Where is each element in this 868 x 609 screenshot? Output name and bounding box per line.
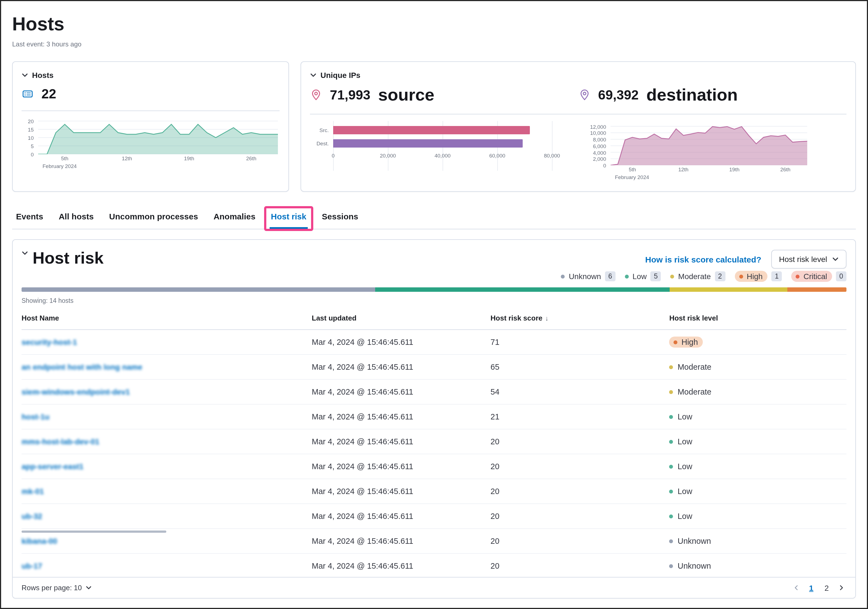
risk-level-label: Low (678, 512, 692, 521)
host-name-link[interactable]: siem-windows-endpoint-dev1 (22, 387, 130, 396)
risk-dot (674, 340, 678, 344)
host-name-link[interactable]: an endpoint host with long name (22, 363, 142, 371)
column-header-host-risk-score[interactable]: Host risk score↓ (491, 306, 670, 330)
risk-level-label: Low (678, 462, 692, 471)
pagination-page-2[interactable]: 2 (820, 582, 832, 593)
host-name-link[interactable]: mms-host-lab-dev-01 (22, 437, 99, 446)
risk-level-label: Unknown (678, 561, 711, 570)
column-header-host-name: Host Name (22, 306, 312, 330)
risk-dot (739, 274, 743, 278)
y-tick-label: 4,000 (593, 149, 606, 156)
host-row: ub-32Mar 4, 2024 @ 15:46:45.61120Low (22, 504, 846, 528)
hosts-page: Hosts Last event: 3 hours ago Hosts 22 0… (0, 0, 868, 609)
tab-label: Sessions (322, 212, 358, 221)
kpi-row: Hosts 22 05101520 5th12th19th26th Februa… (12, 61, 856, 192)
pagination: 12 (792, 582, 846, 593)
distribution-segment-unknown (22, 287, 375, 292)
unique-ips-panel-title: Unique IPs (321, 71, 361, 80)
pagination-previous-button[interactable] (792, 584, 802, 592)
legend-item-unknown: Unknown6 (561, 271, 615, 281)
risk-level-value: Low (670, 437, 842, 446)
host-name-cell: siem-windows-endpoint-dev1 (22, 380, 312, 404)
destination-ip-metric: 69,392 destination (578, 85, 846, 105)
x-tick-label: 5th (61, 155, 68, 161)
host-row: mms-host-lab-dev-01Mar 4, 2024 @ 15:46:4… (22, 429, 846, 454)
tab-anomalies[interactable]: Anomalies (212, 207, 257, 229)
legend-item-high: High1 (735, 271, 782, 282)
column-header-last-updated: Last updated (312, 306, 491, 330)
risk-level-cell: Moderate (670, 355, 846, 380)
host-name-link[interactable]: kibana-00 (22, 536, 57, 545)
host-name-cell: security-host-1 (22, 330, 312, 355)
x-tick-label: 60,000 (489, 152, 505, 159)
risk-level-value: High (670, 336, 842, 348)
x-tick-label: 26th (246, 155, 256, 161)
tab-label: Host risk (271, 212, 306, 221)
risk-score-cell: 20 (491, 454, 670, 479)
tab-uncommon-processes[interactable]: Uncommon processes (108, 207, 199, 229)
unique-ips-trend-chart: 02,0004,0006,0008,00010,00012,000 5th12t… (583, 124, 807, 180)
legend-label: Moderate (678, 272, 711, 281)
pagination-page-1[interactable]: 1 (805, 582, 817, 593)
column-label: Host Name (22, 314, 59, 322)
risk-dot (670, 440, 673, 443)
risk-dot (625, 274, 629, 278)
host-name-cell: app-server-east1 (22, 454, 312, 479)
risk-score-help-link[interactable]: How is risk score calculated? (645, 254, 761, 264)
x-tick-label: 19th (729, 166, 739, 172)
legend-count-badge: 6 (605, 271, 615, 281)
rows-per-page-label: Rows per page: 10 (22, 584, 82, 592)
sort-desc-icon: ↓ (545, 314, 549, 322)
legend-label: Low (632, 272, 647, 281)
host-name-link[interactable]: ub-17 (22, 561, 42, 570)
host-name-link[interactable]: mk-01 (22, 487, 44, 496)
hosts-panel-collapse-button[interactable] (22, 72, 28, 79)
unique-ips-panel-collapse-button[interactable] (310, 72, 316, 79)
tab-host-risk[interactable]: Host risk (270, 207, 307, 229)
x-tick-label: 5th (629, 166, 636, 172)
risk-level-cell: High (670, 330, 846, 355)
host-name-link[interactable]: ub-32 (22, 512, 42, 521)
last-updated-cell: Mar 4, 2024 @ 15:46:45.611 (312, 454, 491, 479)
bar-dest (333, 139, 523, 147)
horizontal-scrollbar[interactable] (22, 530, 166, 533)
y-tick-label: 8,000 (593, 136, 606, 143)
x-tick-label: 26th (780, 166, 790, 172)
host-name-link[interactable]: host-1u (22, 412, 50, 421)
pagination-next-button[interactable] (836, 584, 846, 592)
y-axis: 05101520 (22, 118, 38, 154)
risk-legend: Unknown6Low5Moderate2High1Critical0 (22, 270, 846, 283)
tab-events[interactable]: Events (15, 207, 44, 229)
last-event-caption: Last event: 3 hours ago (12, 40, 856, 48)
column-label: Host risk score (491, 314, 542, 322)
risk-score-cell: 65 (491, 355, 670, 380)
host-risk-table: Host NameLast updatedHost risk score↓Hos… (22, 306, 846, 579)
host-risk-panel: Host risk How is risk score calculated? … (12, 239, 856, 598)
destination-ip-count: 69,392 (598, 87, 639, 103)
last-updated-cell: Mar 4, 2024 @ 15:46:45.611 (312, 380, 491, 404)
host-name-link[interactable]: security-host-1 (22, 338, 77, 347)
hosts-kpi-panel: Hosts 22 05101520 5th12th19th26th Februa… (12, 61, 289, 192)
x-tick-label: 19th (184, 155, 194, 161)
y-tick-label: 12,000 (590, 124, 606, 130)
host-row: host-1uMar 4, 2024 @ 15:46:45.61121Low (22, 404, 846, 429)
tab-sessions[interactable]: Sessions (321, 207, 360, 229)
x-tick-label: 40,000 (434, 152, 451, 159)
host-row: an endpoint host with long nameMar 4, 20… (22, 355, 846, 380)
destination-pin-icon (578, 89, 591, 101)
last-updated-cell: Mar 4, 2024 @ 15:46:45.611 (312, 528, 491, 553)
risk-pill-high: High (735, 271, 768, 282)
y-axis: 02,0004,0006,0008,00010,00012,000 (583, 124, 611, 165)
host-risk-collapse-button[interactable] (22, 250, 28, 256)
host-name-link[interactable]: app-server-east1 (22, 462, 84, 471)
risk-distribution-bar (22, 287, 846, 292)
host-name-cell: mk-01 (22, 479, 312, 504)
tab-all-hosts[interactable]: All hosts (57, 207, 95, 229)
y-tick-label: 15 (28, 127, 34, 133)
rows-per-page-button[interactable]: Rows per page: 10 (22, 584, 92, 592)
risk-score-cell: 20 (491, 504, 670, 528)
y-tick-label: 20 (28, 118, 34, 124)
host-name-cell: an endpoint host with long name (22, 355, 312, 380)
source-ip-count: 71,993 (330, 87, 370, 103)
host-risk-level-filter-button[interactable]: Host risk level (771, 250, 846, 268)
